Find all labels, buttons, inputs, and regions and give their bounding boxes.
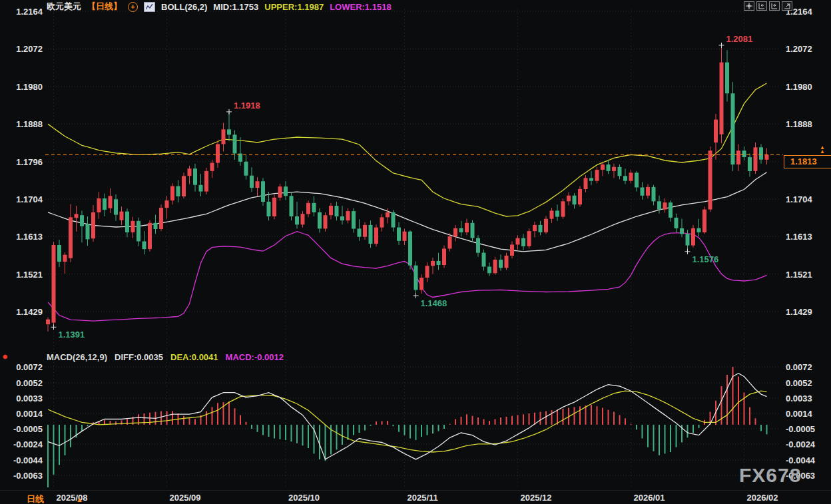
boll-indicator-label[interactable]: BOLL(26,2) [161,2,207,12]
footer-timeframe[interactable]: 日线 ▲ [27,493,83,504]
candle-body [555,210,559,216]
candle-body [193,168,197,185]
candle-body [702,210,706,232]
candle-body [493,260,497,273]
candle-body [261,181,265,202]
candle-body [295,216,299,224]
svg-text:1.2072: 1.2072 [16,44,43,54]
candle-body [57,245,61,262]
macd-settings-icon[interactable]: ✹ [2,353,8,362]
svg-text:-0.0044: -0.0044 [13,455,43,465]
candle-body [290,196,294,216]
annotation-label: 1.1391 [59,330,85,340]
candlesticks[interactable] [46,45,769,332]
svg-text:2026/01: 2026/01 [634,493,665,503]
svg-text:-0.0005: -0.0005 [13,424,43,434]
timeframe-label[interactable]: 【日线】 [87,1,122,13]
candle-body [465,223,469,232]
price-axis-left[interactable]: 1.21641.20721.19801.18881.17961.17041.16… [16,7,43,317]
chart-toolbar [744,1,792,11]
add-indicator-icon[interactable]: + [128,2,138,12]
axis-separator [0,490,831,491]
candle-body [182,176,186,196]
macd-value-readout: MACD:-0.0012 [226,352,284,362]
pan-right-icon[interactable] [769,1,780,11]
svg-text:0.0014: 0.0014 [16,409,43,419]
candle-body [505,256,509,268]
last-price-badge[interactable]: 1.1813 [784,155,831,168]
boll-mid-readout: MID:1.1753 [213,2,258,12]
candle-body [425,266,429,278]
candle-body [487,267,491,274]
candle-body [125,212,129,232]
timeframe-up-arrow-icon[interactable]: ▲ [76,495,83,503]
macd-axis-right[interactable]: 0.00720.00520.00330.0014-0.0005-0.0024-0… [786,362,816,481]
pan-left-icon[interactable] [756,1,767,11]
candle-body [419,278,423,290]
candle-body [159,208,163,229]
candle-body [431,261,435,266]
candle-body [635,172,639,187]
candle-body [120,212,124,220]
candle-body [312,203,316,212]
candle-body [437,261,441,265]
candle-body [623,176,627,180]
candle-body [680,228,684,234]
candle-body [414,266,418,290]
svg-text:-0.0005: -0.0005 [786,424,815,434]
candle-body [369,225,373,244]
boll-upper-readout: UPPER:1.1987 [264,2,324,12]
candle-body [544,219,548,232]
macd-indicator-label[interactable]: MACD(26,12,9) [47,352,107,362]
candle-body [539,225,543,232]
candle-body [736,150,740,164]
candle-body [267,202,271,216]
macd-axis-left[interactable]: 0.00720.00520.00330.0014-0.0005-0.0024-0… [13,362,43,481]
candle-body [63,255,67,262]
candle-body [697,228,701,232]
candle-body [306,203,310,214]
svg-text:1.1888: 1.1888 [16,119,43,129]
footer-timeframe-label[interactable]: 日线 [27,493,44,504]
candle-body [165,200,169,208]
svg-text:1.1613: 1.1613 [786,232,812,242]
candle-body [363,225,367,237]
candle-body [256,181,260,188]
candle-body [329,206,333,215]
candle-body [561,201,565,216]
svg-text:2025/12: 2025/12 [521,493,552,503]
main-chart-canvas[interactable]: 1.21641.20721.19801.18881.17961.17041.16… [0,0,831,504]
candle-body [612,167,616,171]
candle-body [499,260,503,268]
crosshair-icon[interactable] [744,1,754,11]
candle-body [731,93,735,164]
chart-type-icon[interactable] [144,2,155,12]
candle-body [250,176,254,188]
candle-body [52,245,56,323]
candle-body [578,189,582,204]
candle-body [103,198,107,210]
candle-body [765,154,769,159]
candle-body [652,187,656,202]
candle-body [589,178,593,180]
candle-body [204,171,208,192]
candle-body [278,186,282,198]
time-axis[interactable]: 2025/082025/092025/102025/112025/122026/… [57,493,778,503]
candle-body [675,218,679,228]
candle-body [131,221,135,232]
candle-body [533,225,537,231]
candle-body [91,212,95,238]
svg-text:0.0072: 0.0072 [16,362,43,372]
candle-body [148,223,152,249]
symbol-name: 欧元美元 [47,1,81,13]
annotation-label: 1.1918 [234,101,260,111]
export-icon[interactable] [782,1,792,11]
candle-body [403,232,407,241]
candle-body [476,238,480,253]
candle-body [453,228,457,236]
svg-text:2026/02: 2026/02 [747,493,778,503]
candle-body [188,168,192,176]
svg-text:-0.0024: -0.0024 [13,439,43,449]
svg-text:0.0033: 0.0033 [16,393,43,403]
candle-body [686,234,690,245]
